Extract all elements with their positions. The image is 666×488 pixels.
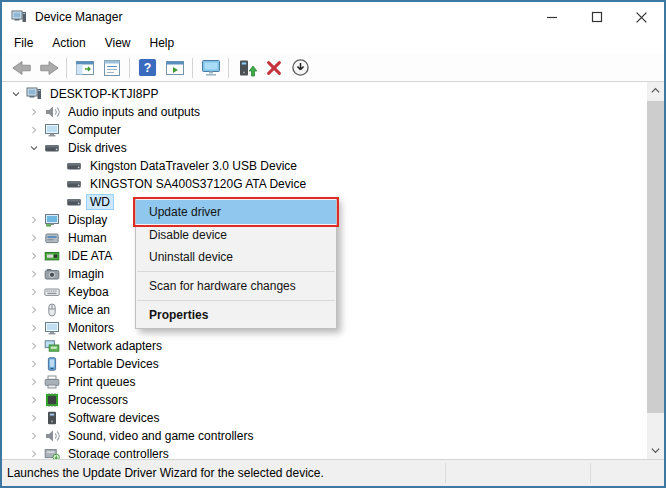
chevron-collapsed-icon[interactable] [26,320,42,336]
context-menu-item-scan-for-hardware-changes[interactable]: Scan for hardware changes [136,275,336,297]
disable-device-button[interactable] [287,56,314,80]
audio-icon [44,104,60,120]
imaging-icon [44,266,60,282]
toolbar-separator [192,58,193,78]
disk-icon [66,158,82,174]
console-tree-button[interactable] [71,56,98,80]
close-icon [635,11,648,24]
tree-item[interactable]: KINGSTON SA400S37120G ATA Device [2,175,647,193]
chevron-collapsed-icon[interactable] [26,428,42,444]
chevron-collapsed-icon[interactable] [26,248,42,264]
chevron-collapsed-icon[interactable] [26,410,42,426]
context-menu-separator [137,271,335,272]
ide-icon [44,248,60,264]
disk-icon [66,176,82,192]
tree-item[interactable]: Audio inputs and outputs [2,103,647,121]
tree-item[interactable]: Kingston DataTraveler 3.0 USB Device [2,157,647,175]
tree-item[interactable]: Software devices [2,409,647,427]
scrollbar-thumb[interactable] [647,101,664,413]
context-menu-item-properties[interactable]: Properties [136,304,336,326]
tree-item[interactable]: Network adapters [2,337,647,355]
tree-item-label: Computer [65,123,124,137]
scrollbar-track[interactable] [647,413,664,442]
tree-item[interactable]: Processors [2,391,647,409]
menu-action[interactable]: Action [52,36,85,50]
tree-item[interactable]: DESKTOP-KTJI8PP [2,85,647,103]
scroll-down-button[interactable] [647,442,664,459]
chevron-collapsed-icon[interactable] [26,284,42,300]
console-tree-icon [75,58,95,78]
minimize-button[interactable] [529,2,574,32]
audio-icon [44,428,60,444]
chevron-collapsed-icon[interactable] [26,446,42,459]
maximize-button[interactable] [574,2,619,32]
tree-item-label: Mice an [65,303,113,317]
back-button[interactable] [8,56,35,80]
properties-button[interactable] [98,56,125,80]
device-manager-window: Device Manager FileActionViewHelp ? DESK… [0,0,666,488]
chevron-collapsed-icon[interactable] [26,356,42,372]
content-area: DESKTOP-KTJI8PPAudio inputs and outputsC… [2,82,664,459]
chevron-collapsed-icon[interactable] [26,104,42,120]
scan-hardware-button[interactable] [197,56,224,80]
svg-text:?: ? [144,61,152,75]
minimize-icon [546,11,558,23]
chevron-collapsed-icon[interactable] [26,212,42,228]
chevron-collapsed-icon[interactable] [26,374,42,390]
uninstall-device-button[interactable] [260,56,287,80]
chevron-expanded-icon[interactable] [26,140,42,156]
mouse-icon [44,302,60,318]
app-icon [11,9,27,25]
scroll-up-button[interactable] [647,82,664,99]
hid-icon [44,230,60,246]
tree-item-label: Disk drives [65,141,130,155]
status-text: Launches the Update Driver Wizard for th… [7,466,324,480]
menu-file[interactable]: File [14,36,33,50]
toolbar-separator [66,58,67,78]
tree-item-label: Imagin [65,267,107,281]
back-icon [11,58,33,78]
tree-item[interactable]: Sound, video and game controllers [2,427,647,445]
tree-item[interactable]: Print queues [2,373,647,391]
statusbar-divider [590,463,591,483]
disable-icon [291,58,310,77]
close-button[interactable] [619,2,664,32]
chevron-collapsed-icon[interactable] [26,230,42,246]
chevron-collapsed-icon[interactable] [26,122,42,138]
tree-item-label: Processors [65,393,131,407]
tree-item-label: DESKTOP-KTJI8PP [47,87,161,101]
properties-icon [102,58,122,78]
context-menu-separator [137,300,335,301]
chevron-collapsed-icon[interactable] [26,266,42,282]
tree-item-label: IDE ATA [65,249,115,263]
tree-item[interactable]: Disk drives [2,139,647,157]
chevron-expanded-icon[interactable] [8,86,24,102]
window-title: Device Manager [35,10,122,24]
chevron-collapsed-icon[interactable] [26,338,42,354]
menu-view[interactable]: View [105,36,131,50]
uninstall-icon [265,59,283,77]
chevron-down-icon [650,445,661,456]
help-button[interactable]: ? [134,56,161,80]
tree-item[interactable]: Portable Devices [2,355,647,373]
context-menu-item-update-driver[interactable]: Update driver [136,200,336,224]
tree-item[interactable]: Computer [2,121,647,139]
context-menu-item-disable-device[interactable]: Disable device [136,224,336,246]
tree-item-label: WD [87,195,113,209]
chevron-collapsed-icon[interactable] [26,302,42,318]
caption-buttons [529,2,664,32]
tree-item[interactable]: Storage controllers [2,445,647,459]
menu-help[interactable]: Help [150,36,175,50]
vertical-scrollbar[interactable] [647,82,664,459]
tree-item-label: Portable Devices [65,357,162,371]
tree-item-label: Display [65,213,110,227]
titlebar: Device Manager [2,2,664,32]
chevron-collapsed-icon[interactable] [26,392,42,408]
forward-button[interactable] [35,56,62,80]
context-menu: Update driverDisable deviceUninstall dev… [135,197,337,329]
context-menu-item-uninstall-device[interactable]: Uninstall device [136,246,336,268]
update-driver-button[interactable] [233,56,260,80]
tree-item-label: Storage controllers [65,447,172,459]
action-pane-button[interactable] [161,56,188,80]
toolbar-separator [228,58,229,78]
